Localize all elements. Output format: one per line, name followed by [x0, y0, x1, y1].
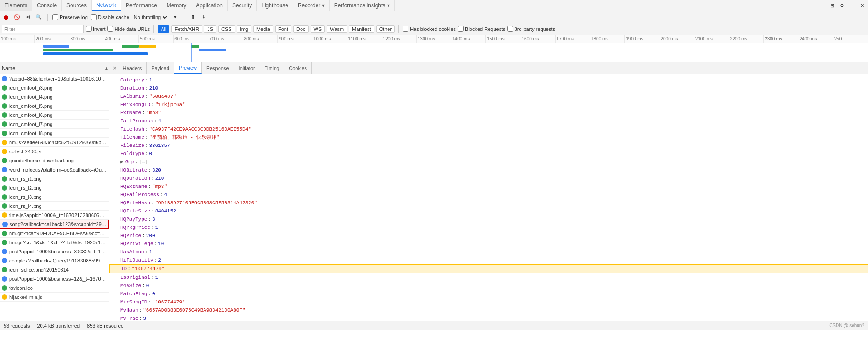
request-item[interactable]: word_nofocus?platform=pc&callback=jQuery… — [0, 165, 109, 174]
download-icon[interactable]: ⬇ — [200, 13, 208, 21]
disable-cache-checkbox[interactable] — [91, 14, 97, 20]
request-item[interactable]: icon_cmfoot_i8.png — [0, 129, 109, 138]
filter-css[interactable]: CSS — [218, 25, 235, 33]
tab-sources[interactable]: Sources — [62, 0, 92, 11]
filter-font[interactable]: Font — [275, 25, 291, 33]
detail-tab-preview[interactable]: Preview — [174, 62, 202, 74]
dock-icon[interactable]: ⊞ — [828, 1, 836, 10]
invert-label[interactable]: Invert — [86, 26, 106, 32]
hide-data-urls-label[interactable]: Hide data URLs — [107, 26, 150, 32]
request-item[interactable]: icon_rs_i3.png — [0, 192, 109, 202]
record-button[interactable]: ⏺ — [2, 13, 10, 21]
tab-console[interactable]: Console — [32, 0, 62, 11]
request-item[interactable]: ?appid=88&clientver=10&plats=10016,10017… — [0, 74, 109, 83]
filter-toggle[interactable]: ⊲ — [24, 13, 32, 21]
request-type-icon — [2, 249, 7, 254]
filter-all[interactable]: All — [158, 25, 169, 33]
tab-performance[interactable]: Performance — [121, 0, 162, 11]
throttle-icon[interactable]: ▾ — [171, 13, 179, 21]
request-item[interactable]: icon_cmfoot_i6.png — [0, 111, 109, 120]
upload-icon[interactable]: ⬆ — [189, 13, 197, 21]
filter-doc[interactable]: Doc — [293, 25, 309, 33]
filter-js[interactable]: JS — [204, 25, 216, 33]
third-party-label[interactable]: 3rd-party requests — [507, 26, 555, 32]
json-value: "mp3" — [152, 183, 167, 190]
blocked-requests-label[interactable]: Blocked Requests — [458, 26, 505, 32]
tab-application[interactable]: Application — [191, 0, 228, 11]
tab-recorder[interactable]: Recorder ▾ — [293, 0, 330, 11]
tab-performance-insights[interactable]: Performance insights ▾ — [330, 0, 395, 11]
json-key: HQPayType — [120, 216, 147, 223]
detail-tab-initiator[interactable]: Initiator — [234, 62, 260, 74]
request-item[interactable]: favicon.ico — [0, 283, 109, 293]
search-button[interactable]: 🔍 — [35, 13, 43, 21]
detail-tab-response[interactable]: Response — [202, 62, 234, 74]
request-name: icon_rs_i2.png — [9, 185, 107, 191]
request-type-icon — [2, 140, 7, 145]
request-item[interactable]: icon_rs_i4.png — [0, 202, 109, 211]
filter-media[interactable]: Media — [253, 25, 273, 33]
expand-icon[interactable]: ▶ — [120, 158, 123, 166]
request-item[interactable]: icon_cmfoot_i4.png — [0, 92, 109, 101]
filter-xhr[interactable]: Fetch/XHR — [171, 25, 202, 33]
json-row: HQFileSize:8404152 — [109, 207, 868, 215]
filter-img[interactable]: Img — [237, 25, 251, 33]
request-item[interactable]: post?appid=1000&business=12&_t=167021328… — [0, 274, 109, 283]
blocked-requests-checkbox[interactable] — [458, 26, 464, 32]
settings-icon[interactable]: ⚙ — [838, 1, 846, 10]
disable-cache-label[interactable]: Disable cache — [91, 14, 129, 20]
filter-manifest[interactable]: Manifest — [349, 25, 374, 33]
json-value: "番茄柏、韩磁迪 - 快乐崇拜" — [149, 134, 219, 141]
close-devtools-icon[interactable]: ✕ — [858, 1, 866, 10]
request-item[interactable]: qrcode4home_download.png — [0, 156, 109, 165]
filter-ws[interactable]: WS — [311, 25, 325, 33]
request-item[interactable]: hm.js?aedee6983d4cfc62f509129360d6bb3d — [0, 138, 109, 147]
has-blocked-cookies-checkbox[interactable] — [403, 26, 408, 32]
waterfall-bar-3 — [43, 52, 148, 55]
request-item[interactable]: hm.gif?hca=9DFDCAE9CEBDEsA6&cc=1&ck=1. — [0, 229, 109, 238]
request-item[interactable]: icon_rs_i1.png — [0, 174, 109, 183]
request-item[interactable]: song?callback=callback123&srcappid=2919&… — [0, 220, 109, 229]
request-name: collect-2400.js — [9, 149, 107, 154]
preserve-log-checkbox[interactable] — [52, 14, 58, 20]
request-type-icon — [2, 149, 7, 154]
more-icon[interactable]: ⋮ — [848, 1, 856, 10]
detail-tab-headers[interactable]: Headers — [118, 62, 147, 74]
third-party-checkbox[interactable] — [507, 26, 513, 32]
detail-tab-timing[interactable]: Timing — [260, 62, 285, 74]
request-name: icon_rs_i3.png — [9, 194, 107, 200]
request-item[interactable]: collect-2400.js — [0, 147, 109, 156]
watermark: CSDN @ sehun? — [829, 323, 864, 328]
request-item[interactable]: time.js?appid=1000&_t=16702132886060&_r=… — [0, 211, 109, 220]
tab-security[interactable]: Security — [228, 0, 257, 11]
request-item[interactable]: hijacked-min.js — [0, 293, 109, 302]
filter-other[interactable]: Other — [376, 25, 395, 33]
request-item[interactable]: icon_cmfoot_i3.png — [0, 83, 109, 92]
request-item[interactable]: complex?callback=jQuery19108308859998824… — [0, 256, 109, 265]
detail-tab-cookies[interactable]: Cookies — [284, 62, 312, 74]
hide-data-urls-checkbox[interactable] — [107, 26, 113, 32]
request-name: icon_cmfoot_i7.png — [9, 121, 107, 127]
request-item[interactable]: hm.gif?cc=1&ck=1&cl=24-bit&ds=1920x1080& — [0, 238, 109, 247]
preserve-log-label[interactable]: Preserve log — [52, 14, 88, 20]
tab-lighthouse[interactable]: Lighthouse — [257, 0, 293, 11]
json-row: HQFileHash:"9D1B8927105F9C5B68C5E50314A4… — [109, 199, 868, 207]
invert-checkbox[interactable] — [86, 26, 92, 32]
request-item[interactable]: icon_rs_i2.png — [0, 183, 109, 192]
tab-memory[interactable]: Memory — [162, 0, 191, 11]
filter-wasm[interactable]: Wasm — [327, 25, 347, 33]
request-item[interactable]: icon_cmfoot_i5.png — [0, 101, 109, 111]
request-item[interactable]: icon_cmfoot_i7.png — [0, 120, 109, 129]
has-blocked-cookies-label[interactable]: Has blocked cookies — [403, 26, 456, 32]
request-item[interactable]: post?appid=1000&business=30032&_t=167021 — [0, 247, 109, 256]
detail-close-btn[interactable]: × — [111, 62, 118, 74]
clear-button[interactable]: 🚫 — [13, 13, 21, 21]
tab-elements[interactable]: Elements — [0, 0, 32, 11]
request-item[interactable]: icon_splice.png?20150814 — [0, 265, 109, 274]
throttle-select[interactable]: No throttling — [132, 14, 168, 20]
json-colon: : — [139, 307, 143, 314]
tick-1000: 1000 ms — [312, 35, 347, 43]
filter-input[interactable] — [2, 25, 84, 33]
detail-tab-payload[interactable]: Payload — [147, 62, 174, 74]
tab-network[interactable]: Network — [92, 0, 121, 11]
